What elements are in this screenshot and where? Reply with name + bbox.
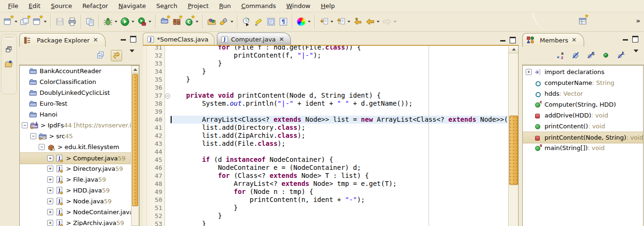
dropdown-arrow-icon[interactable] — [44, 21, 47, 23]
show-element-button[interactable] — [265, 16, 277, 28]
prev-annotation-button[interactable] — [335, 16, 352, 28]
hide-local-types-button[interactable]: L — [616, 50, 626, 61]
minimize-button[interactable] — [500, 36, 505, 42]
expand-icon[interactable]: + — [47, 209, 53, 215]
collapse-icon[interactable]: − — [39, 144, 45, 150]
menu-commands[interactable]: Commands — [236, 1, 281, 11]
dropdown-arrow-icon[interactable] — [115, 21, 117, 23]
scrollbar-thumb[interactable] — [509, 116, 518, 185]
view-menu-button[interactable] — [127, 50, 137, 61]
code-line-52[interactable]: } — [170, 212, 508, 220]
menu-source[interactable]: Source — [46, 1, 77, 11]
toolbar-overflow-button[interactable]: » — [636, 17, 639, 25]
code-line-47[interactable]: for (Class<? extends Node> T : list) { — [170, 172, 508, 180]
dropdown-arrow-icon[interactable] — [15, 21, 17, 23]
close-icon[interactable]: × — [279, 36, 285, 42]
member-item-import-declarations[interactable]: +import declarations — [523, 67, 643, 77]
menu-edit[interactable]: Edit — [24, 1, 46, 11]
scroll-up-arrow[interactable] — [132, 66, 139, 74]
back-button[interactable] — [364, 16, 381, 28]
code-line-32[interactable]: printContent(f, "|-"); — [170, 51, 508, 59]
menu-help[interactable]: Help — [316, 1, 340, 11]
member-item-adddrive-hdd-[interactable]: addDrive(HDD) : void — [523, 110, 643, 121]
expand-icon[interactable]: + — [47, 176, 53, 183]
scrollbar-thumb[interactable] — [132, 74, 138, 206]
task-button[interactable] — [240, 16, 253, 28]
package-explorer-tab[interactable]: Package Explorer ✕ — [19, 33, 106, 47]
tree-item-nodecontainer-java[interactable]: +J> NodeContainer.java 59 — [20, 207, 132, 218]
new-view-button[interactable]: ★ — [31, 16, 48, 28]
hide-static-button[interactable]: S — [586, 50, 596, 61]
menu-search[interactable]: Search — [151, 1, 183, 11]
minimize-button[interactable] — [623, 35, 628, 41]
link-with-editor-button[interactable] — [111, 50, 122, 61]
tree-item-file-java[interactable]: +J> File.java 59 — [20, 174, 132, 185]
annotation-ruler[interactable] — [143, 46, 147, 226]
tree-item-node-java[interactable]: +J> Node.java 59 — [20, 196, 132, 207]
tree-item-bankaccountreader[interactable]: BankAccountReader — [20, 66, 132, 76]
search-button[interactable] — [218, 16, 235, 28]
editor-scrollbar[interactable] — [508, 46, 519, 226]
folding-ruler[interactable]: − — [165, 46, 170, 226]
menu-navigate[interactable]: Navigate — [113, 1, 151, 11]
print-button[interactable] — [66, 16, 78, 28]
collapse-all-button[interactable] — [96, 50, 106, 61]
member-item-printcontent-node-string-[interactable]: printContent(Node, String) : void — [523, 132, 643, 143]
expand-icon[interactable]: + — [47, 155, 53, 161]
pilcrow-button[interactable]: ¶ — [277, 16, 289, 28]
code-line-37[interactable]: private void printContent(Node d, String… — [170, 92, 508, 100]
open-type-button[interactable] — [206, 16, 218, 28]
tree-item-hdd-java[interactable]: +J> HDD.java 59 — [20, 185, 132, 196]
new-class-button[interactable]: C★ — [183, 16, 200, 28]
external-tools-button[interactable] — [136, 16, 153, 28]
tree-item-euro-test[interactable]: Euro-Test — [20, 98, 132, 109]
code-line-48[interactable]: ArrayList<? extends Node> tmp = e.get(T)… — [170, 180, 508, 188]
dropdown-arrow-icon[interactable] — [308, 21, 311, 23]
highlighter-button[interactable] — [253, 16, 265, 28]
tree-item-edu-kit-filesystem[interactable]: −> edu.kit.filesystem — [20, 142, 132, 152]
maximize-button[interactable] — [510, 37, 516, 43]
member-item-main-string-[interactable]: smain(String[]) : void — [523, 142, 643, 153]
maximize-button[interactable] — [632, 36, 638, 42]
code-line-39[interactable] — [170, 108, 508, 116]
code-line-51[interactable]: } — [170, 204, 508, 212]
code-line-33[interactable]: } — [170, 59, 508, 67]
next-annotation-button[interactable] — [318, 16, 335, 28]
dropdown-arrow-icon[interactable] — [377, 21, 380, 23]
dropdown-arrow-icon[interactable] — [149, 21, 151, 23]
tree-item-doublylinkedcycliclist[interactable]: DoublyLinkedCyclicList — [20, 87, 132, 98]
restore-view-button[interactable] — [3, 44, 15, 55]
fastview-drag-handle[interactable] — [5, 37, 13, 39]
dropdown-arrow-icon[interactable] — [330, 21, 333, 23]
color-wheel-button[interactable] — [295, 16, 312, 28]
new-editor-button[interactable]: ★ — [19, 16, 31, 28]
run-button[interactable] — [119, 16, 136, 28]
fold-collapse-icon[interactable]: − — [165, 93, 170, 99]
expand-icon[interactable]: + — [47, 198, 53, 204]
code-line-53[interactable]: } — [170, 220, 508, 226]
menu-project[interactable]: Project — [182, 1, 214, 11]
menu-file[interactable]: File — [3, 1, 24, 11]
code-line-49[interactable]: for (Node n : tmp) { — [170, 188, 508, 196]
collapse-icon[interactable]: − — [22, 122, 28, 128]
tree-item-computer-java[interactable]: +J> Computer.java 59 — [20, 152, 132, 164]
code-line-42[interactable]: list.add(ZipArchiv.class); — [170, 132, 508, 140]
sort-button[interactable]: az — [555, 50, 566, 61]
open-perspective-button[interactable]: ★ — [578, 16, 587, 25]
menu-window[interactable]: Window — [281, 1, 315, 11]
tree-item-src[interactable]: −> src 45 — [20, 131, 132, 142]
tree-item-ipdfs[interactable]: −J> IpdFs 44 [https://svnserver.i — [20, 120, 132, 131]
minimize-button[interactable] — [121, 35, 126, 41]
code-line-46[interactable]: NodeContainer e = (NodeContainer) d; — [170, 164, 508, 172]
tree-item-directory-java[interactable]: +J> Directory.java 59 — [20, 163, 132, 174]
line-number-ruler[interactable]: 3132333435363738394041424344454647484950… — [147, 46, 165, 226]
code-line-41[interactable]: list.add(Directory.class); — [170, 124, 508, 132]
expand-icon[interactable]: + — [47, 187, 53, 193]
code-line-31[interactable]: for (File f : hdd.get(File.class)) { — [170, 46, 508, 51]
dropdown-arrow-icon[interactable] — [347, 21, 350, 23]
copy-pages-button[interactable] — [84, 16, 96, 28]
collapse-icon[interactable]: − — [30, 133, 36, 139]
member-item-hdds[interactable]: hdds : Vector — [523, 88, 643, 99]
members-tab[interactable]: Members ✕ — [522, 33, 584, 47]
new-java-project-button[interactable]: ★ — [158, 16, 171, 28]
